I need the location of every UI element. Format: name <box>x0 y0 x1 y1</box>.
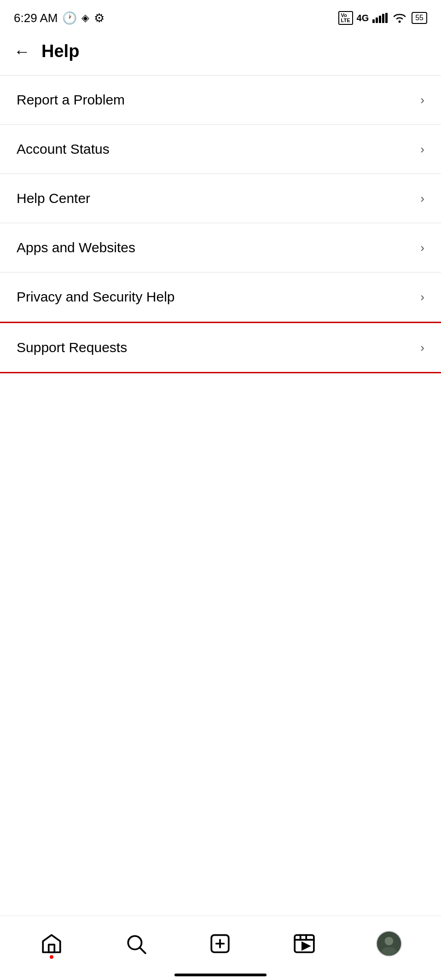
menu-item-label: Apps and Websites <box>17 240 135 255</box>
menu-item-help-center[interactable]: Help Center › <box>0 174 441 223</box>
header: ← Help <box>0 32 441 70</box>
4g-label: 4G <box>357 13 369 23</box>
nav-reels[interactable] <box>283 927 326 961</box>
signal-bars <box>372 13 388 23</box>
svg-point-13 <box>385 937 394 945</box>
nav-search[interactable] <box>114 927 157 961</box>
home-icon <box>39 931 64 956</box>
menu-item-label: Help Center <box>17 191 90 206</box>
menu-item-report-problem[interactable]: Report a Problem › <box>0 75 441 125</box>
menu-item-support-requests[interactable]: Support Requests › <box>0 322 441 373</box>
back-button[interactable]: ← <box>14 43 30 60</box>
menu-item-label: Account Status <box>17 141 110 157</box>
bottom-nav <box>0 916 441 980</box>
status-bar: 6:29 AM 🕐 ◈ ⚙ Vo LTE 4G 55 <box>0 0 441 32</box>
profile-avatar <box>376 931 402 957</box>
reels-icon <box>292 931 317 956</box>
create-icon <box>208 931 232 956</box>
svg-marker-11 <box>302 942 309 949</box>
search-icon <box>123 931 148 956</box>
menu-item-privacy-security[interactable]: Privacy and Security Help › <box>0 273 441 322</box>
svg-rect-1 <box>48 945 54 952</box>
nav-profile[interactable] <box>367 926 411 961</box>
home-notification-dot <box>50 955 53 959</box>
battery-badge: 55 <box>412 12 427 24</box>
time-display: 6:29 AM <box>14 11 58 25</box>
chevron-right-icon: › <box>420 241 424 255</box>
nav-create[interactable] <box>198 927 242 961</box>
settings-icon: ⚙ <box>94 11 104 25</box>
menu-list: Report a Problem › Account Status › Help… <box>0 75 441 373</box>
alarm-icon: 🕐 <box>62 11 77 25</box>
volte-badge: Vo LTE <box>338 11 353 25</box>
home-indicator-bar <box>174 974 267 976</box>
menu-item-apps-websites[interactable]: Apps and Websites › <box>0 223 441 273</box>
svg-line-3 <box>140 948 145 953</box>
status-right: Vo LTE 4G 55 <box>338 11 427 25</box>
chevron-right-icon: › <box>420 341 424 355</box>
chevron-right-icon: › <box>420 290 424 304</box>
nfc-icon: ◈ <box>81 12 89 24</box>
menu-item-label: Report a Problem <box>17 92 125 108</box>
menu-item-account-status[interactable]: Account Status › <box>0 125 441 174</box>
page-title: Help <box>41 41 79 61</box>
nav-home[interactable] <box>30 927 73 961</box>
chevron-right-icon: › <box>420 142 424 157</box>
status-left: 6:29 AM 🕐 ◈ ⚙ <box>14 11 104 25</box>
menu-item-label: Privacy and Security Help <box>17 289 174 305</box>
menu-item-label: Support Requests <box>17 340 127 355</box>
chevron-right-icon: › <box>420 93 424 107</box>
wifi-icon <box>391 12 408 24</box>
chevron-right-icon: › <box>420 191 424 206</box>
svg-point-0 <box>399 21 401 23</box>
